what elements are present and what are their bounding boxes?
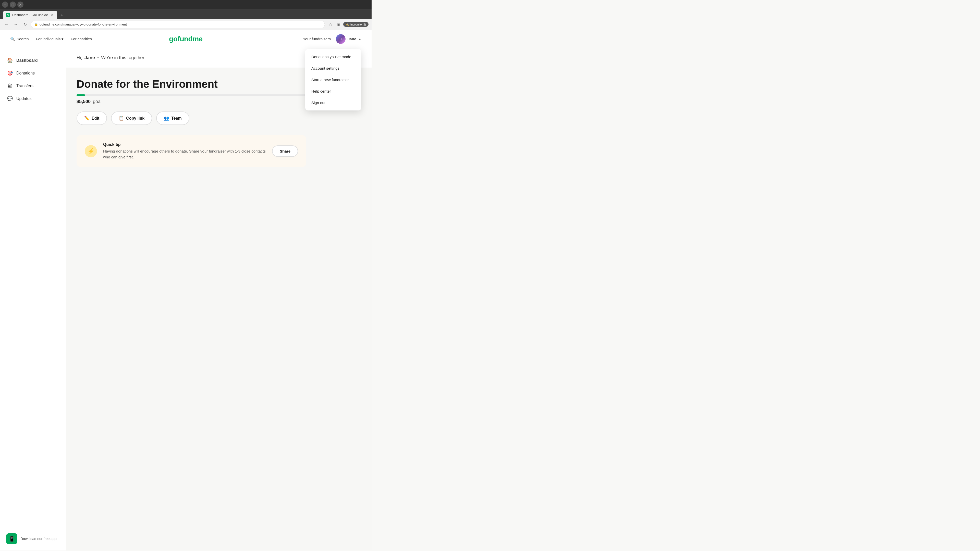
sidebar: 🏠 Dashboard 🎯 Donations 🏛 Transfers 💬 Up…: [0, 48, 66, 551]
dot-separator: •: [97, 55, 100, 60]
for-charities-nav[interactable]: For charities: [71, 37, 92, 41]
sidebar-item-dashboard[interactable]: 🏠 Dashboard: [0, 54, 66, 67]
user-menu-trigger[interactable]: J Jane ▲ Donations you've made Account s…: [336, 34, 361, 44]
tab-bar: G Dashboard - GoFundMe ✕ +: [0, 9, 372, 19]
quick-tip-section: ⚡ Quick tip Having donations will encour…: [76, 135, 306, 167]
transfers-icon: 🏛: [7, 83, 13, 89]
user-avatar: J: [336, 34, 345, 44]
goal-amount: $5,500: [76, 99, 91, 104]
updates-icon: 💬: [7, 96, 13, 102]
sidebar-item-transfers[interactable]: 🏛 Transfers: [0, 79, 66, 92]
lightning-icon: ⚡: [85, 145, 97, 157]
window-close[interactable]: ✕: [18, 2, 24, 8]
refresh-button[interactable]: ↻: [21, 21, 29, 28]
window-restore[interactable]: □: [10, 2, 16, 8]
tip-content: Quick tip Having donations will encourag…: [103, 142, 266, 160]
forward-button[interactable]: →: [12, 21, 19, 28]
your-fundraisers-link[interactable]: Your fundraisers: [303, 37, 331, 41]
edit-icon: ✏️: [84, 116, 89, 121]
sidebar-updates-label: Updates: [16, 97, 32, 101]
dropdown-sign-out[interactable]: Sign out: [305, 97, 361, 108]
url-bar[interactable]: 🔒 gofundme.com/manage/wdywu-donate-for-t…: [30, 21, 325, 28]
for-charities-label: For charities: [71, 37, 92, 41]
greeting-prefix: Hi,: [76, 55, 82, 60]
bookmark-button[interactable]: ☆: [327, 21, 334, 28]
incognito-icon: 🕵: [346, 23, 349, 26]
copy-link-button[interactable]: 📋 Copy link: [111, 111, 152, 125]
sidebar-toggle[interactable]: ▣: [335, 21, 342, 28]
active-tab[interactable]: G Dashboard - GoFundMe ✕: [3, 11, 57, 19]
edit-button[interactable]: ✏️ Edit: [76, 111, 107, 125]
greeting-suffix: We're in this together: [101, 55, 144, 60]
dropdown-help-center[interactable]: Help center: [305, 86, 361, 97]
address-bar: ← → ↻ 🔒 gofundme.com/manage/wdywu-donate…: [0, 19, 372, 30]
new-tab-button[interactable]: +: [58, 12, 65, 19]
back-button[interactable]: ←: [3, 21, 10, 28]
site-logo[interactable]: gofundme: [169, 35, 202, 43]
incognito-badge: 🕵 Incognito (2): [343, 22, 369, 27]
tab-close-button[interactable]: ✕: [50, 13, 54, 17]
sidebar-item-updates[interactable]: 💬 Updates: [0, 92, 66, 105]
edit-label: Edit: [92, 116, 99, 121]
download-app-label: Download our free app: [21, 537, 57, 541]
sidebar-item-donations[interactable]: 🎯 Donations: [0, 67, 66, 79]
lock-icon: 🔒: [35, 23, 38, 26]
progress-bar-fill: [76, 94, 85, 96]
tab-favicon: G: [6, 13, 10, 17]
window-minimize[interactable]: ─: [2, 2, 8, 8]
goal-label: goal: [93, 99, 102, 104]
for-individuals-label: For individuals: [36, 37, 61, 41]
home-icon: 🏠: [7, 58, 13, 63]
browser-window-bar: ─ □ ✕: [0, 0, 372, 9]
app-store-icon: 📱: [6, 533, 18, 545]
user-dropdown-menu: Donations you've made Account settings S…: [305, 49, 361, 110]
tab-title: Dashboard - GoFundMe: [12, 13, 48, 17]
user-name-display: Jane: [348, 37, 356, 41]
quick-tip-label: Quick tip: [103, 142, 266, 147]
dropdown-start-fundraiser[interactable]: Start a new fundraiser: [305, 74, 361, 86]
dropdown-donations-made[interactable]: Donations you've made: [305, 51, 361, 62]
copy-icon: 📋: [119, 116, 124, 121]
team-button[interactable]: 👥 Team: [156, 111, 189, 125]
nav-left: 🔍 Search For individuals ▾ For charities: [10, 37, 92, 41]
nav-right: Your fundraisers J Jane ▲ Donations you'…: [303, 34, 361, 44]
greeting-name: Jane: [84, 55, 95, 60]
user-menu-chevron-icon: ▲: [358, 37, 361, 41]
chevron-down-icon: ▾: [62, 37, 64, 41]
greeting-text: Hi, Jane • We're in this together: [76, 55, 145, 60]
sidebar-dashboard-label: Dashboard: [16, 58, 38, 63]
main-content: Hi, Jane • We're in this together View S…: [66, 48, 372, 551]
action-buttons: ✏️ Edit 📋 Copy link 👥 Team: [76, 111, 361, 125]
site-nav: 🔍 Search For individuals ▾ For charities…: [0, 30, 372, 48]
main-layout: 🏠 Dashboard 🎯 Donations 🏛 Transfers 💬 Up…: [0, 48, 372, 551]
download-app-section[interactable]: 📱 Download our free app: [0, 533, 66, 545]
donations-icon: 🎯: [7, 70, 13, 76]
copy-link-label: Copy link: [126, 116, 145, 121]
tip-share-button[interactable]: Share: [272, 145, 298, 157]
search-label: Search: [17, 37, 29, 41]
url-text: gofundme.com/manage/wdywu-donate-for-the…: [40, 22, 127, 26]
window-controls: ─ □ ✕: [2, 2, 24, 8]
incognito-label: Incognito (2): [350, 23, 366, 26]
search-nav-item[interactable]: 🔍 Search: [10, 37, 29, 41]
team-icon: 👥: [164, 116, 169, 121]
team-label: Team: [171, 116, 182, 121]
for-individuals-nav[interactable]: For individuals ▾: [36, 37, 64, 41]
sidebar-transfers-label: Transfers: [16, 84, 33, 88]
logo-text: gofundme: [169, 35, 202, 43]
search-icon: 🔍: [10, 37, 15, 41]
quick-tip-text: Having donations will encourage others t…: [103, 148, 266, 160]
dropdown-account-settings[interactable]: Account settings: [305, 62, 361, 74]
sidebar-donations-label: Donations: [16, 71, 35, 76]
browser-actions: ☆ ▣ 🕵 Incognito (2): [327, 21, 369, 28]
